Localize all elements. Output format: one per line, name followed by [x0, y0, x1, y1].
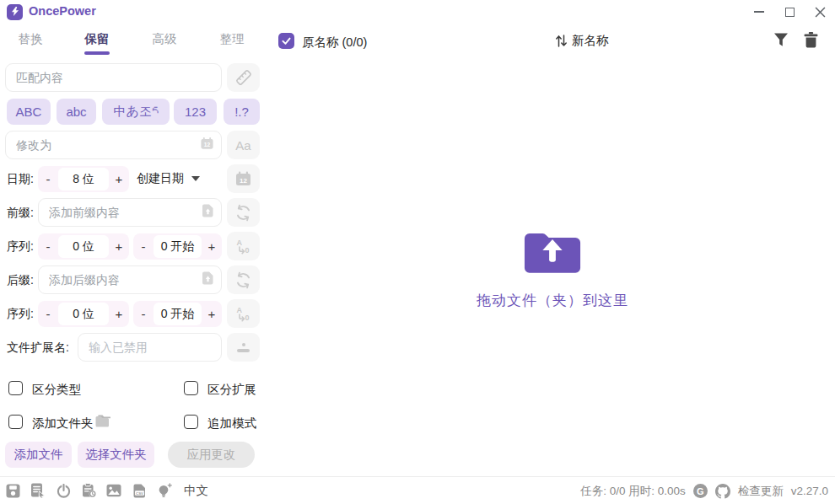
app-logo	[7, 4, 23, 20]
stepper-minus-button[interactable]: -	[133, 239, 154, 254]
seq2-sort-button[interactable]: A 0	[227, 299, 260, 328]
modify-input[interactable]	[5, 131, 222, 159]
file-up-icon[interactable]	[202, 271, 213, 288]
stepper-plus-button[interactable]: +	[202, 307, 222, 321]
date-calendar-button[interactable]: 12	[227, 164, 260, 193]
ruler-icon	[234, 68, 253, 87]
extension-input[interactable]	[78, 333, 222, 362]
chevron-down-icon	[191, 176, 200, 181]
checkbox-append-mode[interactable]	[184, 415, 198, 429]
status-right-group: 任务: 0/0 用时: 0.00s G 检查更新 v2.27.0	[580, 477, 828, 504]
match-case-button[interactable]: Aa	[227, 131, 260, 159]
measure-button[interactable]	[227, 63, 260, 92]
sort-alpha-numeric-icon: A 0	[235, 238, 252, 255]
dropzone-hint: 拖动文件（夹）到这里	[270, 291, 835, 310]
stepper-minus-button[interactable]: -	[38, 172, 58, 186]
suffix-input-wrap	[38, 265, 222, 294]
power-icon[interactable]	[51, 484, 76, 498]
stepper-plus-button[interactable]: +	[109, 172, 129, 186]
status-bar: CSV 中文 任务: 0/0 用时: 0.00s G 检查更新 v2.27.0	[0, 476, 835, 504]
checkbox-distinguish-type[interactable]	[8, 381, 23, 395]
suffix-loop-button[interactable]	[227, 265, 260, 294]
seq1-start-stepper: - 0 开始 +	[133, 233, 222, 260]
close-button[interactable]	[806, 0, 833, 24]
language-switch[interactable]: 中文	[184, 483, 208, 499]
extension-toggle-button[interactable]	[227, 333, 260, 362]
seq2-label: 序列:	[7, 299, 34, 328]
checkbox-add-folder[interactable]	[8, 415, 23, 429]
history-clipboard-icon[interactable]	[76, 483, 101, 498]
file-up-icon[interactable]	[202, 204, 213, 221]
case-lower-button[interactable]: abc	[57, 99, 96, 125]
append-mode-label: 追加模式	[207, 416, 256, 432]
stepper-minus-button[interactable]: -	[38, 239, 58, 254]
app-window: OncePower 替换 保留 高级 整理 原名称 (0/0) 新名称	[0, 0, 835, 504]
suffix-input[interactable]	[38, 265, 222, 294]
apply-changes-button[interactable]: 应用更改	[168, 442, 255, 468]
maximize-icon	[785, 8, 795, 17]
modify-input-wrap: 12	[5, 131, 222, 159]
edit-list-icon[interactable]	[25, 483, 51, 498]
check-update-link[interactable]: 检查更新	[738, 484, 784, 499]
svg-text:12: 12	[240, 177, 247, 185]
gitee-icon[interactable]: G	[693, 484, 708, 498]
seq1-digits-value[interactable]: 0 位	[58, 235, 109, 258]
svg-text:12: 12	[204, 142, 211, 147]
theme-bulb-icon[interactable]	[152, 483, 177, 498]
case-punct-button[interactable]: !.?	[224, 99, 260, 125]
image-icon[interactable]	[101, 484, 127, 497]
case-number-button[interactable]: 123	[174, 99, 217, 125]
seq1-sort-button[interactable]: A 0	[227, 232, 260, 260]
select-folder-button[interactable]: 选择文件夹	[78, 442, 154, 468]
seq2-start-value[interactable]: 0 开始	[154, 303, 202, 325]
calendar-small-icon[interactable]: 12	[201, 137, 213, 153]
select-all-checkbox[interactable]	[278, 33, 294, 49]
tab-advanced[interactable]: 高级	[143, 31, 186, 47]
extension-input-wrap	[78, 333, 222, 362]
date-digits-stepper: - 8 位 +	[38, 166, 129, 192]
app-title: OncePower	[29, 4, 96, 18]
stepper-plus-button[interactable]: +	[202, 239, 222, 254]
original-name-header: 原名称 (0/0)	[302, 35, 367, 51]
add-files-button[interactable]: 添加文件	[5, 442, 72, 468]
task-status: 任务: 0/0 用时: 0.00s	[580, 484, 686, 499]
delete-all-button[interactable]	[804, 32, 818, 51]
new-name-header: 新名称	[572, 33, 609, 49]
case-upper-button[interactable]: ABC	[7, 99, 51, 125]
save-icon[interactable]	[0, 484, 25, 498]
seq1-digits-stepper: - 0 位 +	[38, 233, 129, 260]
prefix-input[interactable]	[38, 198, 222, 227]
new-name-sort[interactable]: 新名称	[555, 33, 609, 49]
dash-bar	[237, 349, 250, 352]
maximize-button[interactable]	[776, 0, 803, 24]
refresh-icon	[234, 204, 252, 222]
stepper-plus-button[interactable]: +	[109, 307, 129, 321]
svg-text:0: 0	[245, 314, 249, 322]
svg-text:A: A	[236, 239, 242, 247]
match-input[interactable]	[5, 63, 222, 92]
checkbox-distinguish-extension[interactable]	[184, 381, 198, 395]
filter-icon	[773, 33, 789, 47]
tab-keep[interactable]: 保留	[76, 31, 118, 47]
case-cjk-button[interactable]: 中あ조ད	[102, 99, 170, 125]
github-icon[interactable]	[715, 484, 730, 499]
stepper-minus-button[interactable]: -	[133, 307, 154, 321]
date-source-dropdown[interactable]: 创建日期	[137, 164, 200, 193]
csv-icon[interactable]: CSV	[127, 484, 152, 498]
lightning-icon	[10, 5, 20, 20]
date-digits-value[interactable]: 8 位	[58, 168, 109, 190]
seq2-digits-value[interactable]: 0 位	[58, 303, 109, 325]
stepper-plus-button[interactable]: +	[109, 239, 129, 254]
date-source-value: 创建日期	[137, 171, 184, 186]
tab-replace[interactable]: 替换	[9, 31, 51, 47]
tab-organize[interactable]: 整理	[211, 31, 253, 47]
stepper-minus-button[interactable]: -	[38, 307, 58, 321]
suffix-label: 后缀:	[7, 265, 34, 294]
dot-dash-icon	[242, 343, 245, 346]
filter-button[interactable]	[773, 33, 789, 51]
minimize-button[interactable]	[746, 0, 773, 24]
prefix-input-wrap	[38, 198, 222, 227]
refresh-icon	[234, 271, 252, 289]
prefix-loop-button[interactable]	[227, 198, 260, 227]
seq1-start-value[interactable]: 0 开始	[154, 235, 202, 258]
